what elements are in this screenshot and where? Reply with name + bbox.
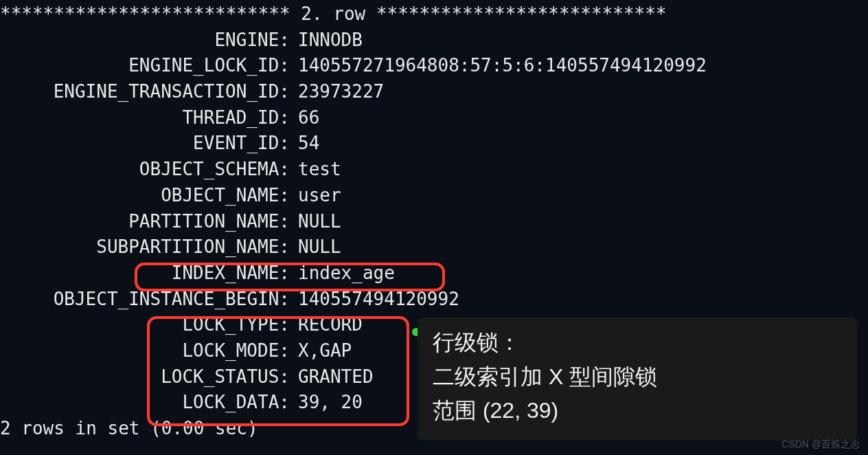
field-label: LOCK_DATA: bbox=[0, 390, 290, 416]
field-label: INDEX_NAME: bbox=[0, 260, 290, 287]
field-value: test bbox=[290, 157, 341, 183]
field-object-schema: OBJECT_SCHEMA:test bbox=[0, 157, 868, 183]
field-label: OBJECT_SCHEMA: bbox=[0, 157, 290, 183]
annotation-line-1: 行级锁： bbox=[433, 326, 842, 360]
annotation-line-2: 二级索引加 X 型间隙锁 bbox=[433, 360, 842, 395]
field-label: ENGINE_LOCK_ID: bbox=[0, 53, 290, 79]
field-label: SUBPARTITION_NAME: bbox=[0, 234, 290, 260]
field-value: 39, 20 bbox=[290, 390, 363, 416]
field-index-name: INDEX_NAME:index_age bbox=[0, 260, 868, 287]
field-value: GRANTED bbox=[290, 364, 374, 390]
field-subpartition-name: SUBPARTITION_NAME:NULL bbox=[0, 234, 868, 260]
field-label: THREAD_ID: bbox=[0, 105, 290, 131]
field-value: 140557494120992 bbox=[290, 287, 459, 313]
field-label: LOCK_MODE: bbox=[0, 338, 290, 364]
field-engine: ENGINE:INNODB bbox=[0, 27, 868, 54]
row-separator: *************************** 2. row *****… bbox=[0, 1, 868, 27]
field-value: INNODB bbox=[290, 27, 363, 54]
field-label: ENGINE_TRANSACTION_ID: bbox=[0, 79, 290, 105]
field-object-name: OBJECT_NAME:user bbox=[0, 183, 868, 209]
field-label: EVENT_ID: bbox=[0, 131, 290, 157]
watermark: CSDN @百炼之志 bbox=[781, 437, 860, 451]
field-thread-id: THREAD_ID:66 bbox=[0, 105, 868, 131]
field-value: 23973227 bbox=[290, 79, 384, 105]
field-object-instance-begin: OBJECT_INSTANCE_BEGIN:140557494120992 bbox=[0, 287, 868, 313]
annotation-line-3: 范围 (22, 39) bbox=[433, 394, 842, 428]
field-value: NULL bbox=[290, 209, 341, 235]
stars-left: *************************** bbox=[0, 1, 290, 27]
field-value: index_age bbox=[290, 260, 395, 287]
field-engine-lock-id: ENGINE_LOCK_ID:140557271964808:57:5:6:14… bbox=[0, 53, 868, 79]
field-value: 54 bbox=[290, 131, 319, 157]
field-label: PARTITION_NAME: bbox=[0, 209, 290, 235]
field-label: OBJECT_INSTANCE_BEGIN: bbox=[0, 287, 290, 313]
stars-right: *************************** bbox=[376, 1, 667, 27]
field-value: NULL bbox=[290, 234, 341, 260]
field-value: 66 bbox=[290, 105, 319, 131]
field-value: user bbox=[290, 183, 341, 209]
field-label: LOCK_TYPE: bbox=[0, 312, 290, 338]
field-label: ENGINE: bbox=[0, 27, 290, 54]
field-event-id: EVENT_ID:54 bbox=[0, 131, 868, 157]
field-value: X,GAP bbox=[290, 338, 352, 364]
field-value: RECORD bbox=[290, 312, 363, 338]
annotation-tooltip: 行级锁： 二级索引加 X 型间隙锁 范围 (22, 39) bbox=[418, 318, 857, 441]
field-label: OBJECT_NAME: bbox=[0, 183, 290, 209]
field-engine-transaction-id: ENGINE_TRANSACTION_ID:23973227 bbox=[0, 79, 868, 105]
row-number-label: 2. row bbox=[290, 1, 376, 27]
field-label: LOCK_STATUS: bbox=[0, 364, 290, 390]
field-partition-name: PARTITION_NAME:NULL bbox=[0, 209, 868, 235]
field-value: 140557271964808:57:5:6:140557494120992 bbox=[290, 53, 707, 79]
rows-in-set: 2 rows in set (0.00 sec) bbox=[0, 416, 258, 442]
